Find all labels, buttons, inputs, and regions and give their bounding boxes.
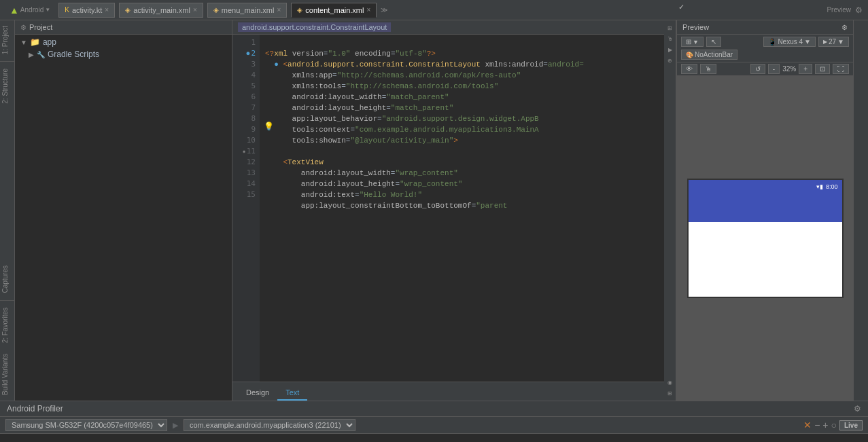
live-button[interactable]: Live: [839, 420, 863, 430]
breadcrumb-bar: android.support.constraint.ConstraintLay…: [232, 20, 664, 35]
project-panel: ⚙ Project ▼ 📁 app ▶ 🔧 Gradle Scripts: [15, 20, 232, 401]
tree-item-gradle[interactable]: ▶ 🔧 Gradle Scripts: [15, 48, 232, 60]
eye-btn[interactable]: 👁: [681, 64, 697, 74]
profiler-action-buttons: ✕ − + ○ Live: [803, 420, 863, 430]
preview-toolbar: ⊞ ▼ ↖ 📱 Nexus 4 ▼ ▶ 27 ▼ 🎨 NoActionBar: [677, 35, 853, 62]
profiler-message: Advanced profiling is unavailable for th…: [0, 434, 868, 442]
phone-screen: ▾ ▮ 8:00: [687, 179, 844, 298]
folder-icon-app: 📁: [30, 37, 40, 47]
project-tree: ▼ 📁 app ▶ 🔧 Gradle Scripts: [15, 35, 232, 401]
api-selector[interactable]: ▶ 27 ▼: [818, 37, 849, 47]
preview-header: Preview ⚙: [677, 20, 853, 35]
minus-icon[interactable]: −: [814, 420, 820, 430]
battery-icon: ▮: [820, 183, 823, 190]
android-menu[interactable]: ▲ 1: Project Android ▼: [5, 3, 54, 17]
settings-icon[interactable]: ⚙: [855, 5, 863, 15]
sidebar-captures[interactable]: Captures: [0, 260, 14, 299]
zoom-out-btn[interactable]: -: [768, 64, 780, 74]
palette-btn-1[interactable]: ⊞: [665, 23, 675, 33]
profiler-header: Android Profiler ⚙: [0, 401, 868, 417]
phone-status-bar: ▾ ▮ 8:00: [689, 180, 842, 194]
breadcrumb: android.support.constraint.ConstraintLay…: [238, 22, 391, 32]
preview-title: Preview: [682, 23, 709, 31]
editor-tabs: Design Text: [232, 382, 664, 401]
design-surface-btn[interactable]: ⊞ ▼: [681, 37, 704, 47]
palette-btn-2[interactable]: 🖱: [665, 34, 675, 43]
kotlin-icon: K: [65, 6, 69, 14]
right-panel: Preview ⚙ ⊞ ▼ ↖ 📱 Nexus 4 ▼ ▶ 27 ▼ 🎨 NoA…: [676, 20, 853, 401]
device-select[interactable]: Samsung SM-G532F (4200c057e4f09465): [5, 419, 167, 431]
sidebar-right-placeholder: [860, 23, 863, 34]
tree-item-app[interactable]: ▼ 📁 app: [15, 36, 232, 48]
divider-2: [0, 300, 14, 301]
profiler-content: Advanced profiling is unavailable for th…: [0, 434, 868, 442]
close-tab-4[interactable]: ×: [366, 6, 370, 14]
refresh-btn[interactable]: ↺: [750, 64, 765, 74]
preview-toolbar-2: 👁 🖱 ↺ - 32% + ⊡ ⛶: [677, 62, 853, 76]
xml-icon-3: ◈: [297, 6, 302, 14]
close-tab-3[interactable]: ×: [277, 6, 281, 14]
tab-content-main-xml[interactable]: ◈ content_main.xml ×: [291, 3, 377, 18]
tab-activity-main-xml[interactable]: ◈ activity_main.xml ×: [119, 3, 203, 18]
cursor-btn[interactable]: ↖: [706, 37, 721, 47]
palette-sidebar: ⊞ 🖱 ▶ ⊕ ◉ ⊞: [664, 20, 676, 401]
gradle-icon: 🔧: [37, 51, 45, 58]
phone-app-bar: [689, 194, 842, 222]
right-sidebar: [853, 20, 868, 401]
pointer-btn[interactable]: 🖱: [700, 64, 716, 74]
sidebar-project[interactable]: 1: Project: [0, 20, 14, 60]
sidebar-favorites[interactable]: 2: Favorites: [0, 302, 14, 348]
xml-icon-2: ◈: [213, 6, 219, 14]
xml-icon-1: ◈: [125, 6, 131, 14]
tab-menu-main-xml[interactable]: ◈ menu_main.xml ×: [207, 3, 287, 18]
zoom-level: 32%: [782, 65, 796, 73]
stop-icon[interactable]: ✕: [803, 420, 812, 430]
tab-activity-kt[interactable]: K activity.kt ×: [58, 3, 115, 18]
tab-design[interactable]: Design: [238, 386, 277, 401]
tab-bar: ▲ 1: Project Android ▼ K activity.kt × ◈…: [0, 0, 868, 20]
palette-btn-5[interactable]: ◉: [665, 377, 675, 387]
expand-arrow-gradle: ▶: [29, 51, 34, 58]
api-level: 27: [829, 38, 836, 45]
editor-area: android.support.constraint.ConstraintLay…: [232, 20, 664, 401]
project-header: ⚙ Project: [15, 20, 232, 35]
code-content[interactable]: <?xml version="1.0" encoding="utf-8"?> ●…: [260, 35, 664, 382]
theme-name: NoActionBar: [695, 51, 733, 58]
more-tabs-button[interactable]: ≫: [381, 6, 394, 14]
code-editor: 1 ●2 3 4 5 6 7 8 9 10 ◉11 12 13 14 15 <?…: [232, 35, 664, 382]
preview-label: Preview: [827, 6, 851, 14]
plus-icon[interactable]: +: [822, 420, 828, 430]
theme-selector[interactable]: 🎨 NoActionBar: [681, 50, 737, 60]
lightbulb-icon[interactable]: 💡: [264, 122, 274, 131]
profiler-panel: Android Profiler ⚙ Samsung SM-G532F (420…: [0, 401, 868, 442]
checkmark-indicator: ✓: [678, 3, 684, 12]
palette-btn-3[interactable]: ▶: [665, 45, 675, 54]
divider-1: [0, 61, 14, 62]
process-select[interactable]: com.example.android.myapplication3 (2210…: [184, 419, 355, 431]
device-selector[interactable]: 📱 Nexus 4 ▼: [763, 37, 816, 47]
sidebar-structure[interactable]: 2: Structure: [0, 63, 14, 109]
profiler-controls: ⚙: [854, 404, 861, 413]
time-display: 8:00: [826, 183, 838, 190]
circle-icon[interactable]: ○: [831, 420, 837, 430]
fullscreen-btn[interactable]: ⛶: [833, 64, 849, 74]
line-numbers: 1 ●2 3 4 5 6 7 8 9 10 ◉11 12 13 14 15: [232, 35, 260, 382]
zoom-in-btn[interactable]: +: [799, 64, 812, 74]
project-gear-icon: ⚙: [20, 24, 27, 31]
tab-text[interactable]: Text: [277, 386, 307, 401]
phone-preview: ▾ ▮ 8:00: [677, 76, 853, 401]
profiler-title: Android Profiler: [7, 404, 63, 413]
profiler-settings-icon[interactable]: ⚙: [854, 404, 861, 413]
palette-btn-6[interactable]: ⊞: [665, 388, 675, 398]
fit-btn[interactable]: ⊡: [815, 64, 830, 74]
sidebar-build-variants[interactable]: Build Variants: [0, 348, 14, 401]
device-name: Nexus 4: [778, 38, 803, 45]
profiler-toolbar: Samsung SM-G532F (4200c057e4f09465) ▶ co…: [0, 417, 868, 434]
phone-content: [689, 222, 842, 297]
close-tab-1[interactable]: ×: [105, 6, 109, 14]
palette-btn-4[interactable]: ⊕: [665, 56, 675, 65]
expand-arrow-app: ▼: [20, 39, 27, 46]
preview-settings-icon[interactable]: ⚙: [841, 24, 848, 31]
close-tab-2[interactable]: ×: [193, 6, 197, 14]
